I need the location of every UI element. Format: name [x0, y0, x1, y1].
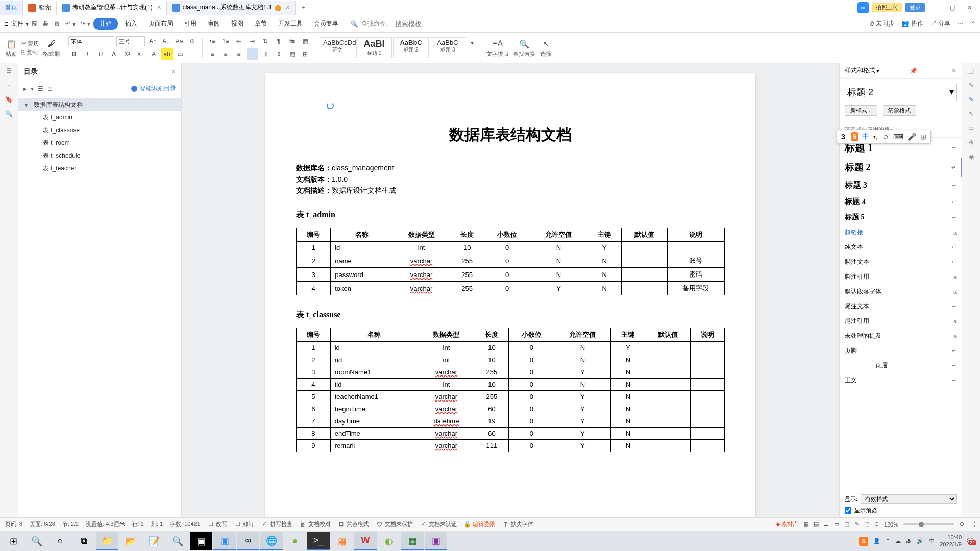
tb-wps[interactable]: W: [354, 532, 377, 550]
tab-home[interactable]: 首页: [0, 1, 23, 15]
tb-app[interactable]: ▦: [331, 532, 353, 550]
tab-doc-1[interactable]: 考研教室管理系...计与实现(1)✕: [57, 1, 167, 15]
menu-sections[interactable]: 章节: [251, 17, 271, 30]
rr-icon[interactable]: ↖: [969, 110, 974, 117]
cloud-icon[interactable]: ∞: [857, 2, 869, 13]
tab-icon[interactable]: ↹: [286, 36, 298, 47]
tree-item[interactable]: 表 t_room: [18, 137, 181, 149]
outline-opt2-icon[interactable]: ⊡: [47, 85, 53, 92]
font-color-icon[interactable]: A: [148, 48, 159, 60]
menu-view[interactable]: 视图: [227, 17, 248, 30]
tray-cloud-icon[interactable]: ☁: [895, 538, 901, 544]
close-window-button[interactable]: ✕: [963, 1, 977, 15]
tb-app[interactable]: ▦: [401, 532, 424, 550]
new-style-button[interactable]: 新样式...: [845, 105, 877, 116]
change-case-icon[interactable]: Aa: [174, 36, 185, 47]
rr-icon[interactable]: ✎: [969, 82, 974, 89]
redo-icon[interactable]: ↷ ▾: [81, 20, 90, 28]
view-mode-icon[interactable]: ✎: [854, 521, 859, 528]
sb-protect[interactable]: 🛡文档未保护: [376, 520, 413, 528]
style-item[interactable]: 页眉↵: [840, 358, 962, 373]
paste-group[interactable]: 📋粘贴: [5, 38, 17, 58]
file-menu[interactable]: 文件 ▾: [11, 19, 29, 28]
style-item[interactable]: 脚注引用a: [840, 269, 962, 284]
search-button[interactable]: 🔍: [26, 532, 48, 550]
maximize-button[interactable]: ▢: [945, 1, 960, 15]
new-tab-button[interactable]: ＋: [296, 3, 311, 12]
style-h1[interactable]: AaBl标题 1: [356, 37, 392, 58]
tb-chrome[interactable]: 🌐: [260, 532, 283, 550]
styles-more-icon[interactable]: ▾: [467, 37, 478, 48]
ime-punct-icon[interactable]: •,: [873, 133, 878, 141]
style-item[interactable]: 标题 2↵: [840, 158, 962, 177]
ime-toolbar[interactable]: 3 S 中 •, ☺ ⌨ 🎤 ⊞: [837, 130, 931, 144]
sb-material[interactable]: ◆ 素材库: [776, 520, 798, 528]
clear-format-icon[interactable]: ⊘: [187, 36, 198, 47]
align-left-icon[interactable]: ≡: [207, 48, 218, 60]
style-item[interactable]: 脚注文本↵: [840, 255, 962, 269]
line-spacing-icon[interactable]: ⇕: [273, 48, 284, 60]
align-right-icon[interactable]: ≡: [233, 48, 244, 60]
sb-position[interactable]: 设置值: 4.3厘米: [86, 520, 125, 528]
style-item[interactable]: 尾注文本↵: [840, 299, 962, 314]
ime-voice-icon[interactable]: ⌨: [893, 133, 903, 141]
style-item[interactable]: 正文↵: [840, 373, 962, 388]
cut-button[interactable]: ✂ 剪切: [21, 40, 39, 47]
copy-button[interactable]: ⎘ 复制: [21, 48, 39, 56]
rr-icon[interactable]: ⊕: [969, 139, 974, 146]
view-mode-icon[interactable]: ▦: [803, 521, 808, 528]
tb-app[interactable]: ▣: [213, 532, 236, 550]
tree-item[interactable]: 表 t_schedule: [18, 149, 181, 162]
tray-clock[interactable]: 10:40 2022/1/9: [940, 534, 962, 547]
zoom-value[interactable]: 120%: [884, 521, 898, 528]
tab-doc-2[interactable]: class_mana...系统数据库文档1.1⬤✕: [167, 1, 296, 15]
ruler-icon[interactable]: ▦: [300, 36, 311, 47]
close-icon[interactable]: ✕: [157, 4, 161, 11]
minimize-button[interactable]: —: [928, 1, 942, 15]
rr-icon[interactable]: ✎: [969, 96, 974, 103]
indent-icon[interactable]: ⇥: [247, 36, 258, 47]
font-name-select[interactable]: [68, 36, 114, 46]
sb-section[interactable]: 节: 2/2: [62, 520, 79, 528]
cortana-button[interactable]: ○: [49, 532, 71, 550]
menu-review[interactable]: 审阅: [204, 17, 224, 30]
login-button[interactable]: 登录: [905, 3, 925, 12]
select-button[interactable]: ↖选择: [540, 38, 552, 58]
style-item[interactable]: 超链接a: [840, 225, 962, 240]
font-size-select[interactable]: [116, 36, 145, 46]
preview-icon[interactable]: 🗎: [54, 20, 60, 28]
sb-edit-restrict[interactable]: 🔒编辑受限: [464, 520, 495, 528]
style-h2[interactable]: AaBbC标题 2: [393, 37, 429, 58]
number-list-icon[interactable]: 1≡: [220, 36, 231, 47]
current-style-select[interactable]: 标题 2▾: [845, 84, 957, 101]
sb-page-count[interactable]: 页面: 8/28: [30, 520, 55, 528]
bullet-list-icon[interactable]: •≡: [207, 36, 218, 47]
outline-opt-icon[interactable]: ☰: [38, 85, 43, 92]
taskview-button[interactable]: ⧉: [72, 532, 95, 550]
menu-page-layout[interactable]: 页面布局: [144, 17, 177, 30]
rr-icon[interactable]: ◉: [969, 153, 974, 160]
outline-tab-icon[interactable]: ☰: [6, 67, 12, 74]
format-painter[interactable]: 🖌格式刷: [43, 38, 60, 58]
rr-icon[interactable]: ◫: [968, 67, 974, 74]
fullscreen-icon[interactable]: ⛶: [969, 521, 975, 528]
superscript-icon[interactable]: X²: [121, 48, 133, 60]
tb-app[interactable]: ●: [284, 532, 306, 550]
highlight-icon[interactable]: ab: [161, 48, 173, 60]
view-mode-icon[interactable]: ▤: [814, 521, 819, 528]
menu-insert[interactable]: 插入: [121, 17, 141, 30]
text-layout-button[interactable]: ≡A文字排版: [486, 38, 509, 58]
tb-terminal[interactable]: >_: [307, 532, 330, 550]
print-icon[interactable]: 🖶: [43, 20, 49, 28]
rr-icon[interactable]: ▭: [968, 124, 974, 132]
sb-track[interactable]: ☐修订: [234, 520, 254, 528]
expand-icon[interactable]: ▸: [23, 85, 27, 92]
grow-font-icon[interactable]: A↑: [147, 36, 158, 47]
zoom-out-icon[interactable]: ⊖: [874, 521, 879, 528]
view-mode-icon[interactable]: ▭: [834, 521, 839, 528]
ime-more-icon[interactable]: ⊞: [920, 133, 926, 141]
save-icon[interactable]: 🖫: [32, 20, 38, 28]
sb-col[interactable]: 列: 1: [151, 520, 163, 528]
tree-root[interactable]: ▾数据库表结构文档: [18, 98, 181, 111]
style-item[interactable]: 标题 4↵: [840, 194, 962, 210]
